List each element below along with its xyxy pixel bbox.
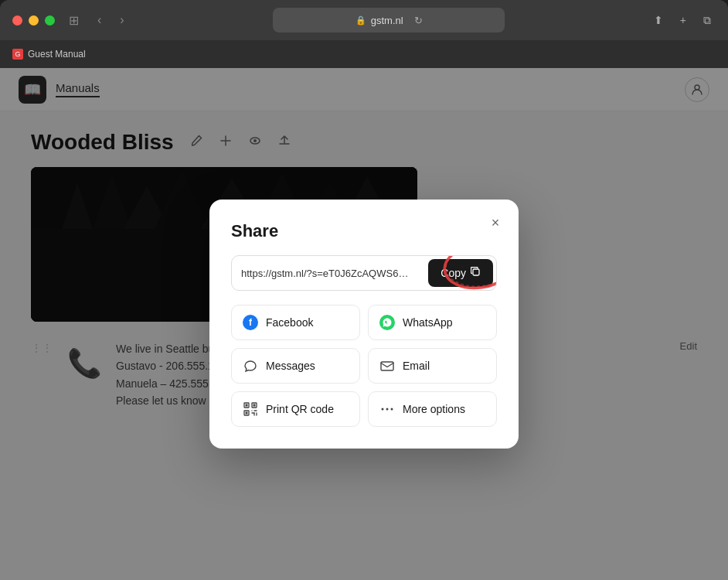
reload-button[interactable]: ↻ bbox=[414, 15, 423, 26]
traffic-lights bbox=[12, 15, 55, 26]
share-facebook-button[interactable]: f Facebook bbox=[231, 305, 360, 340]
tab-favicon: G bbox=[12, 49, 23, 60]
email-icon bbox=[379, 358, 395, 374]
share-modal: × Share https://gstm.nl/?s=eT0J6ZcAQWS6O… bbox=[209, 200, 519, 449]
browser-right-controls: ⬆ + ⧉ bbox=[649, 12, 716, 29]
address-bar-wrap: 🔒 gstm.nl ↻ bbox=[138, 8, 640, 32]
address-bar[interactable]: 🔒 gstm.nl ↻ bbox=[273, 8, 505, 32]
svg-rect-16 bbox=[473, 269, 479, 275]
close-window-button[interactable] bbox=[12, 15, 22, 26]
back-button[interactable]: ‹ bbox=[93, 12, 106, 29]
print-qr-label: Print QR code bbox=[266, 403, 334, 415]
more-options-icon bbox=[379, 401, 395, 417]
qr-icon bbox=[243, 401, 258, 417]
facebook-icon: f bbox=[243, 315, 258, 330]
svg-point-33 bbox=[391, 408, 393, 411]
svg-rect-25 bbox=[246, 412, 248, 415]
modal-title: Share bbox=[231, 221, 497, 241]
minimize-window-button[interactable] bbox=[29, 15, 39, 26]
maximize-window-button[interactable] bbox=[45, 15, 55, 26]
tab-bar: G Guest Manual bbox=[0, 40, 728, 68]
title-bar: ⊞ ‹ › 🔒 gstm.nl ↻ ⬆ + ⧉ bbox=[0, 0, 728, 40]
share-email-button[interactable]: Email bbox=[368, 348, 497, 384]
url-row: https://gstm.nl/?s=eT0J6ZcAQWS6OxcRSzvIw… bbox=[231, 255, 497, 291]
svg-rect-24 bbox=[253, 404, 256, 407]
messages-label: Messages bbox=[266, 360, 315, 372]
share-url: https://gstm.nl/?s=eT0J6ZcAQWS6OxcRSzvIw… bbox=[232, 260, 425, 287]
tab-overview-button[interactable]: ⧉ bbox=[699, 12, 716, 29]
svg-rect-23 bbox=[246, 404, 248, 407]
share-more-options-button[interactable]: More options bbox=[368, 391, 497, 427]
svg-point-31 bbox=[382, 408, 384, 411]
url-display: gstm.nl bbox=[371, 15, 403, 26]
page-content: 📖 Manuals Wooded Bliss bbox=[0, 68, 728, 580]
share-print-qr-button[interactable]: Print QR code bbox=[231, 391, 360, 427]
share-page-button[interactable]: ⬆ bbox=[649, 12, 668, 28]
copy-button-wrap: Copy bbox=[425, 256, 496, 290]
modal-overlay[interactable]: × Share https://gstm.nl/?s=eT0J6ZcAQWS6O… bbox=[0, 68, 728, 580]
active-tab[interactable]: G Guest Manual bbox=[12, 49, 86, 60]
svg-point-32 bbox=[386, 408, 389, 411]
share-whatsapp-button[interactable]: WhatsApp bbox=[368, 305, 497, 340]
tab-title: Guest Manual bbox=[28, 49, 86, 60]
share-options-grid: f Facebook WhatsApp bbox=[231, 305, 497, 427]
browser-window: ⊞ ‹ › 🔒 gstm.nl ↻ ⬆ + ⧉ G Guest Manual 📖… bbox=[0, 0, 728, 580]
share-messages-button[interactable]: Messages bbox=[231, 348, 360, 384]
new-tab-button[interactable]: + bbox=[675, 12, 691, 28]
copy-button[interactable]: Copy bbox=[428, 259, 493, 287]
tab-sidebar-button[interactable]: ⊞ bbox=[64, 12, 83, 29]
svg-rect-19 bbox=[381, 362, 393, 370]
more-options-label: More options bbox=[403, 403, 465, 415]
messages-icon bbox=[243, 358, 258, 374]
forward-button[interactable]: › bbox=[115, 12, 128, 29]
whatsapp-icon bbox=[379, 315, 395, 330]
email-label: Email bbox=[403, 360, 430, 372]
facebook-label: Facebook bbox=[266, 316, 313, 329]
copy-icon bbox=[471, 267, 481, 279]
whatsapp-label: WhatsApp bbox=[403, 316, 453, 329]
lock-icon: 🔒 bbox=[355, 15, 366, 26]
copy-label: Copy bbox=[441, 267, 466, 279]
modal-close-button[interactable]: × bbox=[485, 212, 506, 234]
